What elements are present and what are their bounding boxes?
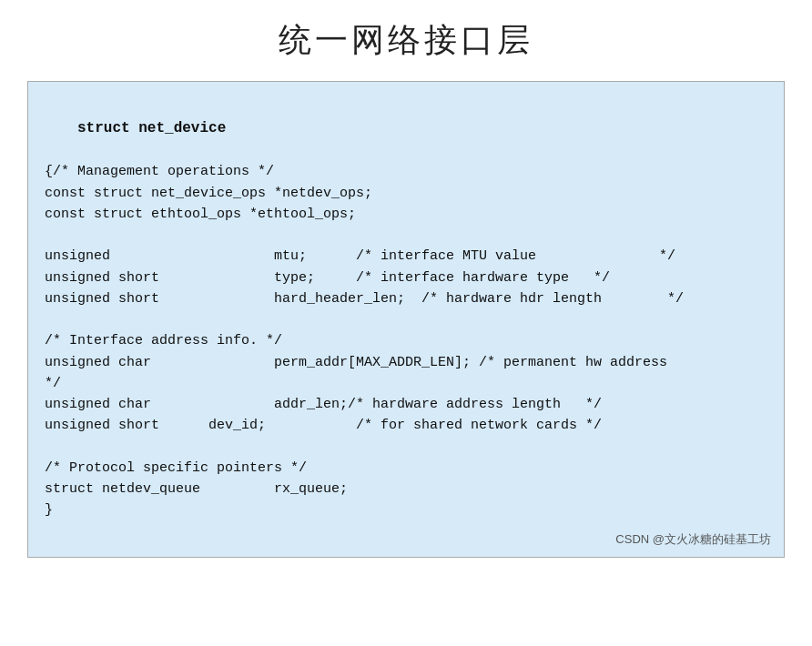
page-title: 统一网络接口层: [279, 18, 533, 63]
code-content: struct net_device {/* Management operati…: [45, 96, 767, 542]
struct-title: struct net_device: [77, 120, 226, 136]
code-body: {/* Management operations */ const struc…: [45, 164, 684, 518]
watermark: CSDN @文火冰糖的硅基工坊: [615, 531, 771, 548]
code-box: struct net_device {/* Management operati…: [27, 81, 785, 558]
